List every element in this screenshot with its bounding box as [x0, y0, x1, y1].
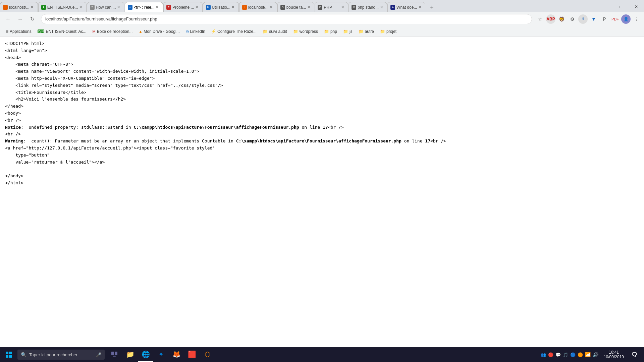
firefox-app[interactable]: 🦊	[169, 347, 184, 362]
tab-11-close[interactable]: ✕	[417, 5, 422, 10]
tab-6-favicon: U	[206, 5, 211, 10]
taskbar-search-box[interactable]: 🔍 Taper ici pour rechercher 🎤	[17, 350, 105, 360]
explorer-app[interactable]: 📁	[123, 347, 138, 362]
tab-5-close[interactable]: ✕	[194, 5, 200, 10]
close-button[interactable]: ✕	[629, 1, 644, 12]
tray-icon-wifi[interactable]: 📶	[585, 352, 591, 357]
tab-9[interactable]: P PHP ✕	[315, 2, 348, 12]
chrome-icon: 🌐	[142, 350, 150, 358]
bookmark-isen[interactable]: ISN ENT ISEN-Ouest: Ac...	[35, 28, 89, 35]
app-5-icon: 🟥	[188, 350, 196, 358]
drive-icon: ▲	[139, 29, 142, 34]
user-avatar[interactable]: 👤	[621, 14, 631, 24]
vscode-app[interactable]: ✦	[154, 347, 168, 362]
address-bar[interactable]: localhost/apiFacture/fournisseur/afficha…	[41, 14, 532, 24]
app-5[interactable]: 🟥	[184, 347, 199, 362]
tab-3-close[interactable]: ✕	[116, 5, 121, 10]
brave-icon[interactable]: 🦁	[557, 14, 566, 24]
tab-3-title: How can ...	[96, 5, 116, 10]
bookmark-js[interactable]: 📁 js	[340, 28, 355, 35]
tab-9-title: PHP	[324, 5, 340, 10]
tray-icon-2[interactable]: 💬	[555, 352, 561, 357]
extension-icon-4[interactable]: P	[600, 14, 609, 24]
bookmark-php-label: php	[330, 29, 337, 34]
tray-icon-volume[interactable]: 🔊	[593, 352, 598, 357]
extension-icon-3[interactable]: ▼	[589, 14, 598, 24]
bookmark-autre[interactable]: 📁 autre	[356, 28, 377, 35]
line-warning: Warning: count(): Parameter must be an a…	[5, 138, 639, 145]
tray-icon-1[interactable]: 🔴	[548, 352, 553, 357]
tab-10-close[interactable]: ✕	[379, 5, 384, 10]
back-button[interactable]: ←	[3, 14, 13, 24]
notice-file: C:\xampp\htdocs\apiFacture\Fournisseur\a…	[134, 125, 299, 130]
menu-button[interactable]: ⋮	[632, 14, 641, 24]
chrome-app[interactable]: 🌐	[138, 347, 153, 362]
bookmark-gmail[interactable]: M Boite de réception...	[90, 28, 136, 35]
extension-icon-2[interactable]: ℹ	[578, 14, 588, 24]
bookmark-star-icon[interactable]: ☆	[535, 14, 545, 24]
start-button[interactable]	[1, 347, 16, 362]
tab-5-title: Problème ...	[172, 5, 194, 10]
bookmark-php[interactable]: 📁 php	[321, 28, 340, 35]
tray-time-text: 16:41	[609, 350, 619, 355]
new-tab-button[interactable]: +	[427, 3, 436, 12]
reload-button[interactable]: ↻	[27, 14, 38, 24]
tab-5[interactable]: P Problème ... ✕	[163, 2, 203, 12]
tab-7-close[interactable]: ✕	[269, 5, 274, 10]
app-6[interactable]: ⬡	[200, 347, 215, 362]
notification-center-button[interactable]: 🗨	[629, 349, 640, 360]
tray-icon-4[interactable]: 🔵	[570, 352, 576, 357]
chrome-window: L localhost/... ✕ I ENT ISEN-Oue... ✕ ? …	[0, 0, 644, 362]
line-7: <link rel="stylesheet" media="screen" ty…	[5, 82, 639, 89]
tab-5-favicon: P	[166, 5, 171, 10]
line-2: <html lang="en">	[5, 47, 639, 54]
notice-line-num: 17	[323, 125, 328, 130]
bookmarks-bar: ⊞ Applications ISN ENT ISEN-Ouest: Ac...…	[0, 26, 644, 37]
tab-1[interactable]: L localhost/... ✕	[0, 2, 38, 12]
tray-icon-3[interactable]: 🎵	[563, 352, 568, 357]
tab-4-close[interactable]: ✕	[155, 5, 160, 10]
line-10: </head>	[5, 103, 639, 110]
minimize-button[interactable]: ─	[598, 1, 613, 12]
extension-icon-1[interactable]: ⚙	[568, 14, 577, 24]
tab-2[interactable]: I ENT ISEN-Oue... ✕	[38, 2, 87, 12]
abp-icon[interactable]: ABP	[546, 14, 555, 24]
svg-rect-5	[115, 352, 117, 355]
line-6: <meta http-equiv="X-UA-Compatible" conte…	[5, 75, 639, 82]
tab-2-close[interactable]: ✕	[78, 5, 84, 10]
maximize-button[interactable]: □	[613, 1, 629, 12]
tray-icon-5[interactable]: 🟠	[578, 352, 583, 357]
razer-icon: ⚡	[211, 29, 216, 34]
taskview-button[interactable]	[107, 347, 122, 362]
tab-6-close[interactable]: ✕	[230, 5, 236, 10]
warning-line-num: 17	[425, 138, 430, 143]
bookmark-linkedin[interactable]: in LinkedIn	[183, 28, 208, 35]
tabs-container: L localhost/... ✕ I ENT ISEN-Oue... ✕ ? …	[0, 0, 598, 12]
bookmark-drive[interactable]: ▲ Mon Drive - Googl...	[136, 28, 182, 35]
tab-11[interactable]: A What doe... ✕	[387, 2, 425, 12]
bookmark-projet[interactable]: 📁 projet	[377, 28, 399, 35]
tab-7[interactable]: L localhost/... ✕	[239, 2, 277, 12]
svg-rect-4	[111, 352, 114, 355]
tray-clock[interactable]: 16:41 10/09/2019	[601, 350, 627, 359]
line-8: <title>Fournisseurs</title>	[5, 89, 639, 96]
bookmark-suivi-audit[interactable]: 📁 suivi audit	[260, 28, 289, 35]
forward-button[interactable]: →	[15, 14, 25, 24]
tab-1-close[interactable]: ✕	[30, 5, 35, 10]
tab-4[interactable]: < <tr> : l'élé... ✕	[125, 2, 163, 12]
tab-3-favicon: ?	[90, 5, 95, 10]
line-notice: Notice: Undefined property: stdClass::$s…	[5, 124, 639, 131]
bookmark-applications[interactable]: ⊞ Applications	[3, 28, 34, 35]
line-4: <meta charset="UTF-8">	[5, 61, 639, 68]
tray-people-icon[interactable]: 👥	[541, 352, 546, 357]
tab-9-close[interactable]: ✕	[340, 5, 345, 10]
tab-10[interactable]: G php stand... ✕	[348, 2, 387, 12]
extension-icon-5[interactable]: PDF	[610, 14, 620, 24]
tab-3[interactable]: ? How can ... ✕	[87, 2, 124, 12]
tab-8[interactable]: G boucle ta... ✕	[277, 2, 315, 12]
bookmark-razer[interactable]: ⚡ Configure The Raze...	[209, 28, 259, 35]
taskbar: 🔍 Taper ici pour rechercher 🎤 📁 🌐 ✦ 🦊 🟥	[0, 347, 644, 362]
tab-8-close[interactable]: ✕	[306, 5, 311, 10]
bookmark-wordpress[interactable]: 📁 wordpress	[290, 28, 321, 35]
tab-6[interactable]: U Utilisatio... ✕	[203, 2, 239, 12]
